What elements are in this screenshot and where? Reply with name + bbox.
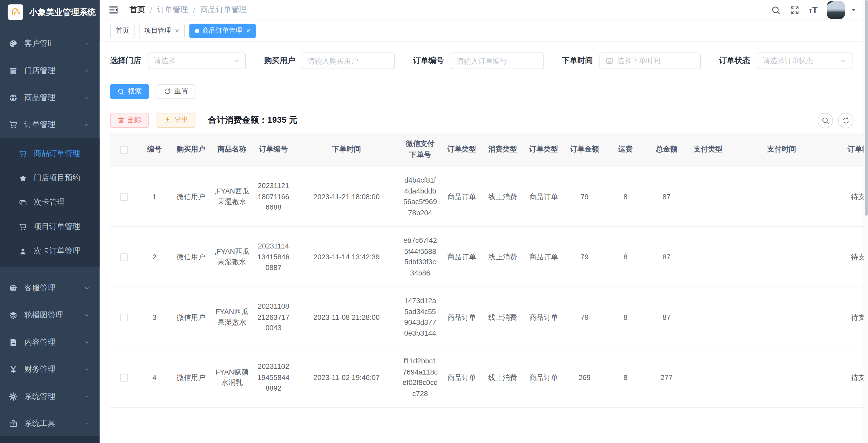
search-icon	[117, 88, 125, 95]
tab-2[interactable]: 商品订单管理×	[189, 24, 256, 38]
cell: 87	[646, 287, 687, 347]
menu-fold-icon[interactable]	[108, 5, 118, 15]
row-checkbox[interactable]	[120, 193, 128, 201]
close-icon[interactable]: ×	[175, 27, 179, 34]
sidebar-subitem-3[interactable]: 项目订单管理	[0, 214, 100, 239]
cell	[729, 227, 834, 287]
delete-button-label: 删除	[128, 116, 142, 125]
cell: 商品订单	[523, 166, 564, 227]
filter-order-no: 订单编号	[413, 53, 544, 69]
cell: 商品订单	[441, 227, 482, 287]
cell: d4b4cf81f4da4bddb56ac5f96978b204	[399, 166, 441, 227]
sidebar-item-9[interactable]: 系统工具	[0, 410, 100, 437]
filter-label: 购买用户	[264, 56, 295, 66]
filter-order-no-input[interactable]	[451, 53, 544, 69]
cell: 微信用户	[171, 347, 211, 407]
row-checkbox[interactable]	[120, 253, 128, 261]
row-checkbox[interactable]	[120, 374, 128, 382]
sidebar-item-3[interactable]: 订单管理	[0, 111, 100, 138]
filter-order-time: 下单时间选择下单时间	[562, 53, 701, 69]
search-button-label: 搜索	[128, 87, 142, 96]
tab-bar: 首页项目管理×商品订单管理×	[100, 21, 868, 41]
chevron-down-icon	[84, 394, 90, 399]
font-size-icon[interactable]: TT	[809, 5, 818, 15]
cell: ,FYAN西瓜果湿敷水	[211, 227, 253, 287]
cell: 79	[564, 287, 605, 347]
sidebar-item-2[interactable]: 商品管理	[0, 84, 100, 111]
tab-0[interactable]: 首页	[110, 24, 134, 38]
cell	[687, 227, 729, 287]
avatar[interactable]	[827, 1, 845, 19]
export-button-label: 导出	[175, 116, 188, 125]
sidebar-item-0[interactable]: 客户管li	[0, 30, 100, 57]
cell: 微信用户	[171, 287, 211, 347]
app-title: 小象美业管理系统	[29, 7, 96, 18]
download-icon	[164, 117, 171, 124]
table-row: 1微信用户,FYAN西瓜果湿敷水202311211807116666882023…	[110, 166, 868, 227]
reset-button[interactable]: 重置	[157, 84, 195, 99]
sidebar-item-label: 系统工具	[24, 418, 55, 428]
filter-store-select[interactable]: 请选择	[148, 53, 246, 69]
table-refresh-button[interactable]	[838, 112, 854, 128]
elephant-logo-icon	[8, 4, 23, 20]
filter-order-time-date[interactable]: 选择下单时间	[599, 53, 701, 69]
cell: 87	[646, 166, 687, 227]
sidebar-item-6[interactable]: 内容管理	[0, 329, 100, 355]
cell	[729, 347, 834, 407]
headset-icon	[8, 283, 18, 292]
top-header: 首页/订单管理/商品订单管理 TT	[100, 0, 868, 21]
delete-button[interactable]: 删除	[110, 113, 149, 128]
column-header: 订单类型	[523, 133, 564, 167]
cell: 线上消费	[482, 287, 523, 347]
filter-order-status-select[interactable]: 请选择订单状态	[757, 53, 852, 69]
export-button[interactable]: 导出	[157, 113, 195, 128]
filter-buyer-input[interactable]	[302, 53, 395, 69]
caret-down-icon[interactable]	[851, 7, 856, 12]
active-tab-dot-icon	[195, 29, 199, 33]
breadcrumb-item[interactable]: 首页	[129, 5, 145, 15]
header-search-icon[interactable]	[771, 5, 780, 14]
scrollbar-thumb[interactable]	[865, 0, 868, 216]
column-header: 编号	[138, 133, 171, 167]
sidebar-subitem-label: 次卡订单管理	[34, 246, 80, 256]
status-cell: 待支付	[834, 347, 868, 407]
sidebar-item-5[interactable]: 轮播图管理	[0, 301, 100, 328]
table-toolbar: 删除 导出 合计消费金额：1935 元	[110, 113, 868, 128]
column-header: 消费类型	[482, 133, 523, 167]
sidebar-item-7[interactable]: 财务管理	[0, 355, 100, 382]
sidebar-footer	[0, 436, 100, 443]
sidebar-subitem-0[interactable]: 商品订单管理	[0, 142, 100, 166]
search-button[interactable]: 搜索	[110, 84, 149, 99]
sidebar-item-8[interactable]: 系统管理	[0, 383, 100, 410]
sidebar-item-1[interactable]: 门店管理	[0, 57, 100, 84]
refresh-icon	[164, 88, 171, 95]
cell: FYAN西瓜果湿敷水	[211, 287, 253, 347]
placeholder-text: 请选择	[154, 56, 176, 66]
cell: 20231121180711666688	[253, 166, 294, 227]
table-search-button[interactable]	[818, 112, 833, 128]
sidebar-subitem-label: 项目订单管理	[34, 222, 80, 232]
breadcrumb-item[interactable]: 订单管理	[157, 5, 188, 15]
cell: 商品订单	[441, 287, 482, 347]
sidebar-subitem-1[interactable]: 门店项目预约	[0, 166, 100, 191]
filter-order-status: 订单状态请选择订单状态	[719, 53, 852, 69]
cell: 商品订单	[523, 287, 564, 347]
sidebar-subitem-4[interactable]: 次卡订单管理	[0, 239, 100, 263]
sidebar-item-4[interactable]: 客服管理	[0, 274, 100, 301]
checkbox-cell	[110, 347, 138, 407]
select-all-checkbox[interactable]	[120, 146, 128, 154]
filter-label: 订单编号	[413, 56, 444, 66]
table-tools	[818, 112, 854, 128]
sidebar-subitem-2[interactable]: 次卡管理	[0, 191, 100, 215]
cell: 商品订单	[441, 166, 482, 227]
tab-1[interactable]: 项目管理×	[139, 24, 185, 38]
close-icon[interactable]: ×	[246, 27, 250, 34]
column-header: 总金额	[646, 133, 687, 167]
row-checkbox[interactable]	[120, 314, 128, 321]
cell: 线上消费	[482, 166, 523, 227]
chevron-down-icon	[84, 41, 90, 46]
sidebar-item-label: 轮播图管理	[24, 310, 63, 320]
table-row: 3微信用户FYAN西瓜果湿敷水202311082126371700432023-…	[110, 287, 868, 347]
tab-label: 项目管理	[145, 26, 171, 35]
fullscreen-icon[interactable]	[790, 5, 799, 14]
